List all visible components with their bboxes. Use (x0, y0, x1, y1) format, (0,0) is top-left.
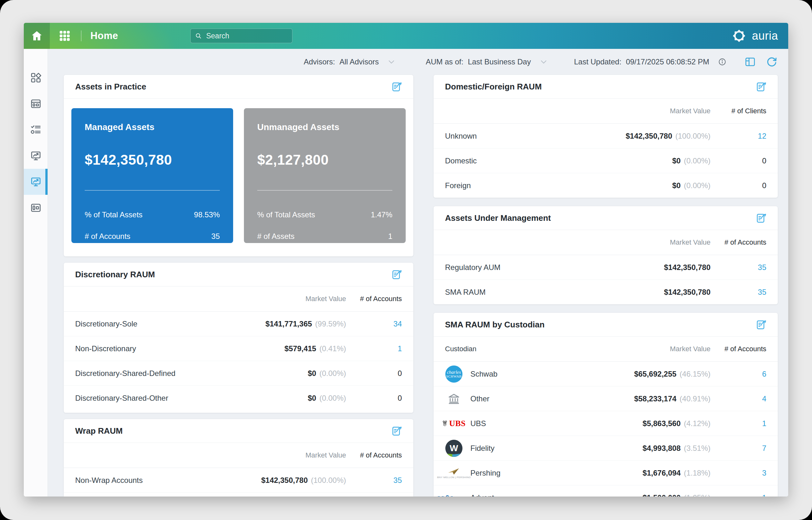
edit-note-icon (755, 80, 767, 93)
managed-assets-tile: Managed Assets $142,350,780 % of Total A… (71, 108, 233, 243)
percentage: (0.00%) (684, 181, 710, 190)
count-link[interactable]: 12 (710, 132, 766, 140)
window-panel-icon (30, 98, 42, 109)
advisors-label: Advisors: (303, 57, 335, 66)
ubs-logo: UBS (445, 415, 463, 433)
column-custodian: Custodian (445, 345, 670, 353)
edit-note-icon (390, 268, 403, 281)
percentage: (46.15%) (680, 370, 710, 378)
count-link[interactable]: 1 (710, 419, 766, 428)
page-title: Home (90, 30, 118, 42)
last-updated-label: Last Updated: (574, 57, 621, 66)
market-value: $141,771,365(99.59%) (266, 319, 346, 328)
table-row: Other $58,233,174(40.91%) 4 (434, 386, 778, 411)
percentage: (0.00%) (319, 369, 346, 378)
table-row: ss&cADVENT Advent $1,500,000(1.05%) 1 (434, 486, 778, 496)
count-link[interactable]: 35 (710, 288, 766, 297)
sidebar-item-dashboard[interactable] (24, 65, 48, 91)
percentage: (1.05%) (684, 493, 710, 497)
market-value: $4,993,808(3.51%) (643, 444, 710, 453)
sidebar-item-reports[interactable] (24, 143, 48, 169)
stat-value: 1.47% (371, 210, 393, 219)
aum-as-of-value[interactable]: Last Business Day (468, 57, 531, 66)
count-link[interactable]: 7 (710, 444, 766, 453)
sidebar-item-accounts[interactable] (24, 91, 48, 117)
row-label: SMA RAUM (445, 288, 664, 297)
app-grid-button[interactable] (58, 29, 71, 43)
sidebar-item-records[interactable] (24, 195, 48, 221)
count-link[interactable]: 34 (346, 319, 402, 328)
percentage: (0.00%) (684, 156, 710, 165)
count-link[interactable]: 0 (346, 369, 402, 378)
table-row: Discretionary-Sole $141,771,365(99.59%) … (64, 312, 413, 336)
percentage: (100.00%) (311, 476, 346, 485)
market-value: $1,500,000(1.05%) (643, 493, 710, 497)
row-label: Discretionary-Sole (75, 319, 266, 328)
brand-logo: auria (731, 23, 778, 49)
table-row: W Fidelity $4,993,808(3.51%) 7 (434, 436, 778, 461)
column-count: # of Accounts (346, 295, 402, 303)
table-row: Unknown $142,350,780(100.00%) 12 (434, 124, 778, 149)
desktop-background: Home auria (0, 0, 812, 520)
edit-widget-button[interactable] (390, 80, 403, 93)
layout-columns-icon[interactable] (744, 56, 756, 68)
row-label: Discretionary-Shared-Defined (75, 369, 308, 378)
stat-label: # of Assets (257, 232, 294, 241)
refresh-icon[interactable] (766, 56, 778, 68)
custodian-name: Fidelity (470, 444, 494, 453)
edit-widget-button[interactable] (755, 80, 767, 93)
app-window: Home auria (24, 23, 788, 496)
column-market-value: Market Value (305, 295, 346, 303)
info-icon[interactable] (718, 58, 726, 66)
table-header: Market Value # of Clients (434, 99, 778, 124)
edit-widget-button[interactable] (755, 318, 767, 331)
percentage: (40.91%) (680, 394, 710, 403)
advisors-filter[interactable]: Advisors: All Advisors (303, 57, 395, 66)
percentage: (3.51%) (684, 444, 710, 452)
managed-assets-amount: $142,350,780 (85, 152, 220, 168)
dashboard-icon (30, 72, 42, 83)
table-row: Non-Wrap Accounts $142,350,780(100.00%) … (64, 468, 413, 493)
schwab-logo: charlesSCHWAB (445, 365, 463, 383)
chevron-down-icon[interactable] (540, 60, 547, 64)
edit-widget-button[interactable] (755, 212, 767, 224)
count-link[interactable]: 4 (710, 394, 766, 403)
sidebar-item-tasks[interactable] (24, 117, 48, 143)
edit-widget-button[interactable] (390, 268, 403, 281)
advisors-value[interactable]: All Advisors (340, 57, 379, 66)
percentage: (0.41%) (319, 344, 346, 353)
count-link[interactable]: 1 (346, 344, 402, 353)
count-link[interactable]: 0 (710, 181, 766, 190)
search-icon (195, 32, 202, 40)
percentage: (4.12%) (684, 419, 710, 428)
count-link[interactable]: 0 (710, 156, 766, 165)
chevron-down-icon[interactable] (387, 60, 395, 64)
row-label: Unknown (445, 132, 625, 140)
count-link[interactable]: 35 (346, 476, 402, 485)
table-header: Market Value # of Accounts (64, 443, 413, 468)
tile-divider (257, 190, 393, 191)
aum-as-of-filter[interactable]: AUM as of: Last Business Day (426, 57, 547, 66)
table-row: Foreign $0(0.00%) 0 (434, 173, 778, 198)
count-link[interactable]: 1 (710, 493, 766, 497)
count-link[interactable]: 0 (346, 394, 402, 402)
edit-widget-button[interactable] (390, 424, 403, 437)
column-count: # of Accounts (346, 451, 402, 460)
count-link[interactable]: 6 (710, 370, 766, 379)
column-market-value: Market Value (670, 238, 710, 246)
sidebar (24, 49, 48, 496)
card-title: Wrap RAUM (75, 426, 123, 436)
tile-title: Unmanaged Assets (257, 122, 393, 132)
market-value: $0(0.00%) (308, 394, 346, 402)
custodian-name: Other (470, 394, 489, 403)
card-title: Discretionary RAUM (75, 270, 155, 280)
market-value: $0(0.00%) (672, 181, 710, 190)
count-link[interactable]: 35 (710, 263, 766, 272)
checklist-icon (30, 124, 42, 135)
count-link[interactable]: 3 (710, 469, 766, 477)
column-market-value: Market Value (305, 451, 346, 460)
sidebar-item-analytics-active[interactable] (24, 169, 48, 195)
search-input[interactable] (206, 31, 288, 41)
home-button[interactable] (24, 23, 50, 49)
apps-grid-icon (58, 29, 71, 43)
